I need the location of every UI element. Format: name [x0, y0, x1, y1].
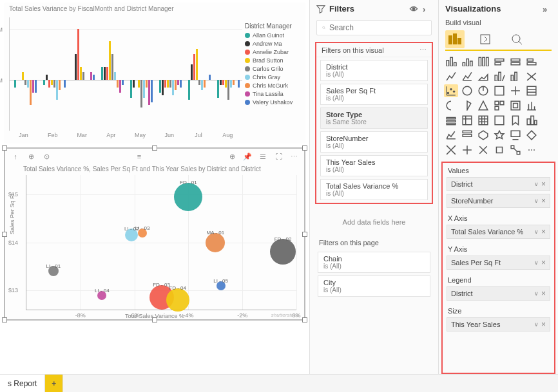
bubble[interactable] — [206, 233, 225, 252]
viz-type-icon[interactable] — [460, 55, 474, 68]
report-tab[interactable]: s Report — [0, 375, 45, 392]
bar[interactable] — [104, 67, 106, 80]
build-visual-tab[interactable] — [445, 30, 465, 48]
eye-icon[interactable]: 👁 — [410, 5, 419, 14]
viz-type-icon[interactable] — [524, 114, 539, 127]
remove-icon[interactable]: × — [541, 320, 546, 329]
bar[interactable] — [162, 80, 164, 95]
bar[interactable] — [77, 29, 79, 80]
well-values-district[interactable]: District∨× — [447, 177, 550, 191]
viz-type-icon[interactable] — [444, 55, 458, 68]
well-legend[interactable]: District∨× — [447, 286, 550, 301]
more-visuals-icon[interactable]: ⋯ — [524, 144, 539, 156]
pin-icon[interactable]: 📌 — [242, 151, 253, 162]
bar[interactable] — [193, 54, 195, 80]
bar[interactable] — [122, 80, 124, 85]
bar[interactable] — [138, 80, 140, 88]
bar[interactable] — [209, 75, 211, 80]
collapse-icon[interactable]: › — [423, 5, 432, 14]
remove-icon[interactable]: × — [541, 258, 546, 267]
viz-type-icon[interactable] — [444, 114, 458, 127]
bar[interactable] — [204, 80, 206, 88]
viz-type-icon[interactable] — [524, 84, 539, 97]
bar[interactable] — [175, 80, 177, 90]
bar[interactable] — [24, 80, 26, 85]
filter-icon[interactable]: ☰ — [258, 151, 268, 162]
legend-item[interactable]: Tina Lassila — [245, 91, 298, 97]
viz-type-icon[interactable] — [460, 144, 474, 156]
analytics-tab[interactable] — [507, 30, 526, 48]
bar[interactable] — [64, 80, 66, 88]
legend-item[interactable]: Chris Gray — [245, 74, 298, 80]
bar[interactable] — [198, 80, 200, 85]
viz-type-icon[interactable] — [444, 144, 458, 156]
viz-type-icon[interactable] — [444, 99, 458, 112]
filter-item[interactable]: Chainis (All) — [318, 252, 430, 273]
remove-icon[interactable]: × — [541, 289, 546, 298]
bar[interactable] — [80, 67, 82, 80]
legend-item[interactable]: Chris McGurk — [245, 82, 298, 89]
bubble[interactable] — [166, 288, 189, 312]
search-input[interactable] — [329, 23, 426, 32]
bar[interactable] — [114, 72, 116, 80]
drill-up-icon[interactable]: ↑ — [10, 151, 21, 162]
well-xaxis[interactable]: Total Sales Variance %∨× — [447, 225, 550, 239]
filter-item[interactable]: This Year Salesis (All) — [320, 155, 428, 176]
bar[interactable] — [109, 41, 111, 79]
bar[interactable] — [90, 72, 92, 80]
bar[interactable] — [151, 80, 153, 103]
bar[interactable] — [32, 80, 34, 93]
remove-icon[interactable]: × — [541, 227, 546, 236]
bar[interactable] — [111, 54, 113, 80]
bar[interactable] — [82, 72, 84, 80]
well-yaxis[interactable]: Sales Per Sq Ft∨× — [447, 256, 550, 270]
copy-icon[interactable]: ⊕ — [227, 151, 237, 162]
well-values-storenumber[interactable]: StoreNumber∨× — [447, 194, 550, 208]
resize-handle[interactable] — [2, 145, 7, 151]
viz-type-icon[interactable] — [476, 84, 490, 97]
resize-handle[interactable] — [302, 145, 307, 151]
viz-type-icon[interactable] — [460, 129, 474, 142]
viz-type-icon[interactable] — [460, 70, 474, 82]
bar[interactable] — [196, 49, 198, 80]
bar-chart-visual[interactable]: Total Sales Variance by FiscalMonth and … — [4, 3, 305, 144]
viz-type-icon[interactable] — [492, 99, 506, 112]
bar[interactable] — [101, 67, 103, 80]
remove-icon[interactable]: × — [541, 180, 546, 189]
bar[interactable] — [169, 80, 171, 88]
focus-icon[interactable]: ⛶ — [273, 151, 284, 162]
viz-type-icon[interactable] — [508, 55, 523, 68]
filter-item[interactable]: StoreNumberis (All) — [320, 131, 428, 153]
legend-item[interactable]: Andrew Ma — [245, 41, 298, 47]
bar[interactable] — [172, 80, 174, 95]
viz-type-icon[interactable] — [508, 144, 523, 156]
viz-type-icon[interactable] — [476, 99, 490, 112]
legend-item[interactable]: Brad Sutton — [245, 57, 298, 64]
viz-type-icon[interactable] — [524, 99, 539, 112]
remove-icon[interactable]: × — [541, 196, 546, 205]
bar[interactable] — [146, 80, 148, 88]
bar[interactable] — [143, 80, 145, 98]
viz-type-icon[interactable] — [508, 70, 523, 82]
more-icon[interactable]: ⋯ — [289, 151, 299, 162]
bar[interactable] — [46, 75, 48, 80]
bar[interactable] — [35, 80, 37, 93]
resize-handle[interactable] — [152, 145, 157, 151]
add-data-placeholder[interactable]: Add data fields here — [310, 209, 438, 235]
bar[interactable] — [201, 80, 203, 90]
bar[interactable] — [233, 80, 235, 85]
legend-item[interactable]: Valery Ushakov — [245, 99, 298, 106]
bar[interactable] — [14, 80, 16, 88]
bar[interactable] — [27, 80, 29, 88]
bar[interactable] — [133, 80, 135, 88]
filter-item[interactable]: Districtis (All) — [320, 60, 428, 81]
filter-item[interactable]: Total Sales Variance %is (All) — [320, 179, 428, 200]
viz-type-icon[interactable] — [524, 70, 539, 82]
viz-type-icon[interactable] — [444, 129, 458, 142]
filter-item[interactable]: Cityis (All) — [318, 275, 430, 297]
viz-type-icon[interactable] — [492, 129, 506, 142]
search-box[interactable] — [316, 20, 432, 35]
bar[interactable] — [164, 80, 166, 88]
bar[interactable] — [180, 80, 182, 88]
bar[interactable] — [148, 80, 150, 106]
